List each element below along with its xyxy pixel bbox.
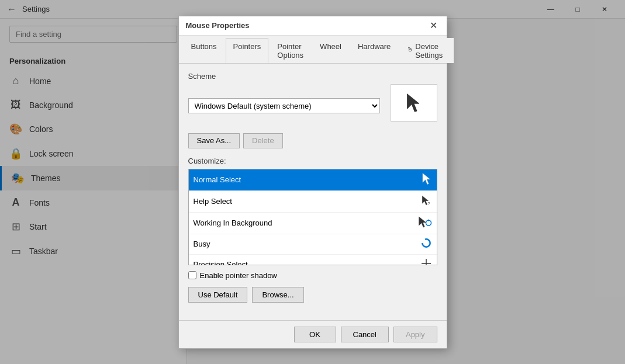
apply-button[interactable]: Apply — [393, 327, 437, 342]
pointer-item-precision-select[interactable]: Precision Select — [189, 255, 437, 265]
pointer-cursor-icon — [418, 216, 432, 231]
tab-hardware[interactable]: Hardware — [350, 38, 398, 63]
tab-pointer-options[interactable]: Pointer Options — [270, 38, 311, 63]
pointer-name: Precision Select — [194, 260, 248, 265]
pointer-item-busy[interactable]: Busy — [189, 234, 437, 255]
svg-point-9 — [427, 219, 429, 221]
dialog-tabs: Buttons Pointers Pointer Options Wheel H… — [179, 36, 447, 64]
svg-marker-7 — [419, 217, 426, 227]
dialog-close-button[interactable]: ✕ — [427, 21, 440, 30]
shadow-checkbox[interactable] — [188, 271, 196, 279]
scheme-label: Scheme — [188, 72, 437, 81]
pointer-name: Normal Select — [194, 175, 241, 184]
dialog-title: Mouse Properties — [186, 21, 250, 30]
tab-wheel[interactable]: Wheel — [312, 38, 349, 63]
pointer-item-normal-select[interactable]: Normal Select — [189, 169, 437, 191]
browse-button[interactable]: Browse... — [252, 287, 303, 303]
pointer-action-row: Use Default Browse... — [188, 287, 437, 303]
svg-text:?: ? — [427, 200, 430, 206]
pointer-name: Working In Background — [194, 219, 272, 227]
cursor-preview-area — [391, 84, 437, 122]
svg-marker-4 — [422, 173, 430, 184]
scheme-select[interactable]: Windows Default (system scheme) — [188, 98, 380, 113]
pointer-name: Help Select — [194, 197, 232, 206]
dialog-title-bar: Mouse Properties ✕ — [179, 16, 447, 36]
preview-cursor-icon — [406, 92, 422, 113]
save-as-button[interactable]: Save As... — [188, 133, 240, 148]
dialog-body: Scheme Windows Default (system scheme) S… — [179, 64, 447, 320]
use-default-button[interactable]: Use Default — [188, 287, 248, 303]
shadow-label: Enable pointer shadow — [200, 271, 277, 280]
ok-button[interactable]: OK — [294, 327, 336, 342]
pointer-cursor-icon: ? — [422, 194, 432, 209]
svg-point-10 — [422, 239, 430, 247]
shadow-row: Enable pointer shadow — [188, 271, 437, 280]
pointer-item-help-select[interactable]: Help Select ? — [189, 191, 437, 213]
mouse-properties-dialog: Mouse Properties ✕ Buttons Pointers Poin… — [178, 16, 447, 349]
customize-label: Customize: — [188, 157, 437, 165]
pointer-cursor-icon — [422, 172, 432, 188]
dialog-footer: OK Cancel Apply — [179, 320, 447, 348]
dialog-overlay: Mouse Properties ✕ Buttons Pointers Poin… — [0, 0, 625, 364]
tab-buttons[interactable]: Buttons — [184, 38, 225, 63]
tab-pointers[interactable]: Pointers — [226, 38, 269, 63]
scheme-row: Windows Default (system scheme) — [188, 84, 437, 127]
scheme-buttons: Save As... Delete — [188, 133, 437, 148]
delete-button[interactable]: Delete — [243, 133, 283, 148]
cancel-button[interactable]: Cancel — [341, 327, 389, 342]
tab-device-settings[interactable]: 🖱 Device Settings — [399, 38, 454, 63]
pointer-list: Normal Select Help Select ? Work — [188, 169, 437, 265]
svg-marker-3 — [407, 93, 419, 112]
pointer-item-working-background[interactable]: Working In Background — [189, 213, 437, 234]
pointer-cursor-icon — [420, 237, 432, 251]
pointer-cursor-icon — [420, 258, 432, 265]
pointer-name: Busy — [194, 240, 210, 248]
